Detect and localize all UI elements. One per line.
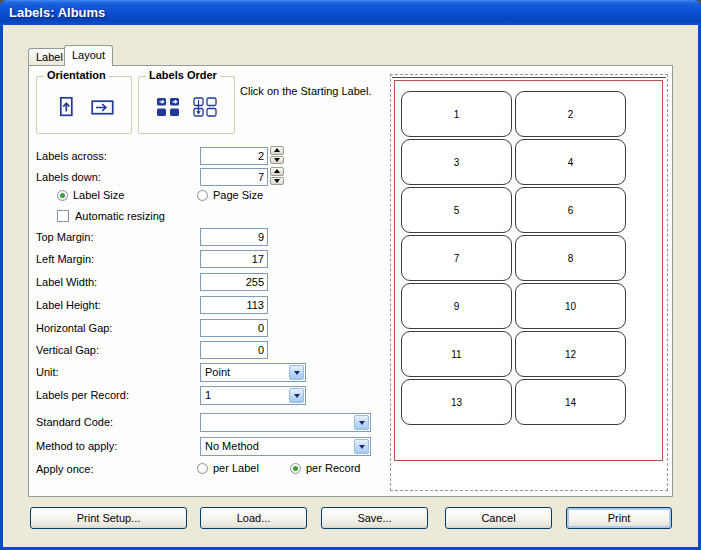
preview-label[interactable]: 10 [515, 283, 626, 329]
orientation-group: Orientation [36, 76, 132, 134]
preview-label[interactable]: 8 [515, 235, 626, 281]
standard-code-combo[interactable] [200, 413, 371, 432]
save-button[interactable]: Save... [321, 507, 428, 529]
labels-per-record-combo-arrow[interactable] [289, 388, 304, 403]
preview-top-ruler [392, 77, 666, 78]
preview-label[interactable]: 3 [401, 139, 512, 185]
radio-circle-icon [57, 190, 68, 201]
print-setup-button[interactable]: Print Setup... [30, 507, 187, 529]
preview-label[interactable]: 12 [515, 331, 626, 377]
print-button[interactable]: Print [566, 507, 672, 529]
orientation-icons [37, 94, 131, 120]
dropdown-arrow-icon [359, 421, 365, 425]
label-size-radio[interactable]: Label Size [57, 188, 124, 202]
labels-per-record-combo-value: 1 [205, 389, 211, 401]
orientation-portrait-button[interactable] [52, 94, 80, 120]
preview-grid: 1234567891011121314 [401, 91, 626, 425]
labels-across-spinner [270, 146, 284, 164]
down-arrow-icon [274, 158, 280, 162]
labels-down-label: Labels down: [36, 168, 101, 186]
labels-per-record-label: Labels per Record: [36, 386, 129, 404]
portrait-page-icon [54, 96, 78, 118]
page-size-radio-label: Page Size [213, 189, 263, 201]
label-page-preview: 1234567891011121314 [390, 74, 668, 491]
order-across-icon [155, 96, 181, 118]
per-label-radio-label: per Label [213, 462, 259, 474]
preview-label[interactable]: 9 [401, 283, 512, 329]
labels-order-across-button[interactable] [154, 94, 182, 120]
unit-combo-value: Point [205, 366, 230, 378]
load-button[interactable]: Load... [200, 507, 307, 529]
automatic-resizing-label: Automatic resizing [75, 210, 165, 222]
left-margin-input[interactable] [200, 250, 268, 268]
labels-order-down-button[interactable] [191, 94, 219, 120]
vertical-gap-label: Vertical Gap: [36, 341, 99, 359]
top-margin-input[interactable] [200, 228, 268, 246]
landscape-page-icon [90, 96, 116, 118]
labels-down-spinner-down[interactable] [270, 177, 284, 186]
down-arrow-icon [274, 179, 280, 183]
titlebar[interactable]: Labels: Albums [0, 0, 701, 25]
labels-down-spinner-up[interactable] [270, 167, 284, 176]
per-label-radio[interactable]: per Label [197, 461, 259, 475]
label-width-label: Label Width: [36, 273, 97, 291]
dropdown-arrow-icon [294, 394, 300, 398]
dropdown-arrow-icon [359, 445, 365, 449]
dialog-content: Label Layout Orientation [3, 25, 698, 547]
preview-label[interactable]: 14 [515, 379, 626, 425]
tab-layout[interactable]: Layout [64, 45, 113, 66]
starting-label-hint: Click on the Starting Label. [240, 85, 371, 97]
unit-combo[interactable]: Point [200, 363, 306, 382]
horizontal-gap-label: Horizontal Gap: [36, 319, 112, 337]
unit-combo-arrow[interactable] [289, 365, 304, 380]
labels-across-spinner-up[interactable] [270, 146, 284, 155]
labels-across-input[interactable] [200, 147, 268, 165]
labels-down-spinner [270, 167, 284, 185]
unit-label: Unit: [36, 363, 59, 381]
labels-order-group-title: Labels Order [146, 69, 220, 81]
method-to-apply-combo-value: No Method [205, 440, 259, 452]
left-margin-label: Left Margin: [36, 250, 94, 268]
label-width-input[interactable] [200, 273, 268, 291]
per-record-radio[interactable]: per Record [290, 461, 360, 475]
preview-label[interactable]: 4 [515, 139, 626, 185]
preview-page-border: 1234567891011121314 [394, 80, 663, 461]
up-arrow-icon [274, 169, 280, 173]
orientation-group-title: Orientation [44, 69, 109, 81]
preview-label[interactable]: 11 [401, 331, 512, 377]
labels-across-label: Labels across: [36, 147, 107, 165]
labels-down-input[interactable] [200, 168, 268, 186]
labels-across-spinner-down[interactable] [270, 156, 284, 165]
preview-label[interactable]: 13 [401, 379, 512, 425]
labels-per-record-combo[interactable]: 1 [200, 386, 306, 405]
method-to-apply-label: Method to apply: [36, 437, 117, 455]
preview-label[interactable]: 6 [515, 187, 626, 233]
labels-order-icons [139, 94, 234, 120]
per-record-radio-label: per Record [306, 462, 360, 474]
label-size-radio-label: Label Size [73, 189, 124, 201]
preview-label[interactable]: 5 [401, 187, 512, 233]
cancel-button[interactable]: Cancel [445, 507, 552, 529]
checkbox-icon [57, 210, 69, 222]
window-title: Labels: Albums [9, 5, 105, 20]
orientation-landscape-button[interactable] [89, 94, 117, 120]
order-down-icon [192, 96, 218, 118]
standard-code-label: Standard Code: [36, 413, 113, 431]
horizontal-gap-input[interactable] [200, 319, 268, 337]
preview-label[interactable]: 2 [515, 91, 626, 137]
apply-once-label: Apply once: [36, 460, 93, 478]
automatic-resizing-checkbox[interactable]: Automatic resizing [57, 209, 165, 223]
preview-label[interactable]: 7 [401, 235, 512, 281]
method-to-apply-combo[interactable]: No Method [200, 437, 371, 456]
labels-dialog: Labels: Albums Label Layout Orientation [0, 0, 701, 550]
method-to-apply-combo-arrow[interactable] [354, 439, 369, 454]
top-margin-label: Top Margin: [36, 228, 93, 246]
radio-circle-icon [290, 463, 301, 474]
up-arrow-icon [274, 148, 280, 152]
standard-code-combo-arrow[interactable] [354, 415, 369, 430]
label-height-input[interactable] [200, 296, 268, 314]
preview-label[interactable]: 1 [401, 91, 512, 137]
vertical-gap-input[interactable] [200, 341, 268, 359]
labels-order-group: Labels Order [138, 76, 235, 134]
page-size-radio[interactable]: Page Size [197, 188, 263, 202]
